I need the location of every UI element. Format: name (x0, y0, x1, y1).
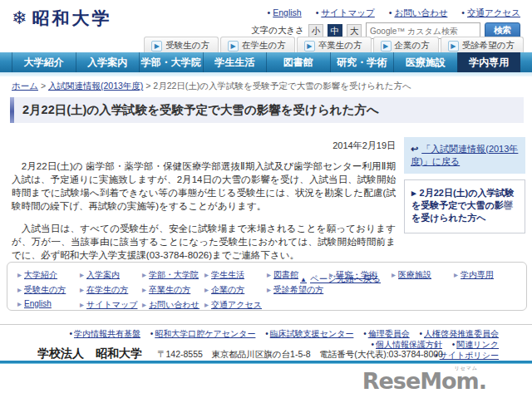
nav-spacer (0, 52, 12, 72)
footer-link-oral-care[interactable]: 昭和大学口腔ケアセンター (150, 328, 256, 339)
article-date: 2014年2月19日 (12, 140, 396, 152)
sidebar: 「入試関連情報(2013年度)」に戻る 2月22日(土)の入学試験を受験予定で大… (404, 137, 525, 233)
page: ❄ 昭和大学 English サイトマップ お問い合わせ 交通アクセス 文字の大… (0, 0, 532, 398)
footer-link-human-rights[interactable]: 人権啓発推進委員会 (419, 328, 499, 339)
breadcrumb: ホーム入試関連情報(2013年度)2月22日(土)の入学試験を受験予定で大雪の影… (12, 81, 519, 92)
nav-spacer (520, 52, 532, 72)
sidebar-current-article[interactable]: 2月22日(土)の入学試験を受験予定で大雪の影響を受けられた方へ (404, 179, 525, 233)
sitemap-column: 入学案内 在学生の方 サイトマップ (80, 269, 142, 303)
sitemap-link-admissions[interactable]: 入学案内 (80, 269, 142, 281)
footer-org-name: 学校法人 昭和大学 (37, 346, 142, 361)
sitemap-link-english[interactable]: English (17, 299, 80, 308)
resemom-watermark: リセマム ReseMom. (362, 368, 486, 394)
footer-link-ethics[interactable]: 倫理委員会 (363, 328, 410, 339)
breadcrumb-separator (143, 81, 153, 91)
font-size-label: 文字の大きさ (251, 25, 304, 37)
arrow-right-icon: ▶ (151, 41, 162, 52)
nav-item-about[interactable]: 大学紹介 (12, 52, 76, 72)
sitemap-column: 大学紹介 受験生の方 English (17, 269, 80, 303)
nav-item-admissions[interactable]: 入学案内 (76, 52, 140, 72)
utility-link-access[interactable]: 交通アクセス (461, 7, 520, 17)
sitemap-link-about[interactable]: 大学紹介 (17, 269, 80, 281)
tab-label: 受験生の方 (165, 40, 209, 52)
sitemap-column: 研究・学術 (329, 269, 392, 303)
footer-divider (0, 324, 532, 325)
footer-address: 〒142-8555 東京都品川区旗の台1-5-8 電話番号(大代表):03-37… (157, 349, 443, 361)
sitemap-link-research[interactable]: 研究・学術 (329, 269, 392, 281)
utility-link-english[interactable]: English (268, 7, 302, 17)
breadcrumb-home[interactable]: ホーム (12, 81, 38, 91)
global-nav: 大学紹介 入学案内 学部・大学院 学生生活 図書館 研究・学術 医療施設 学内専… (0, 52, 532, 72)
nav-item-research[interactable]: 研究・学術 (330, 52, 394, 72)
sitemap-column: 学内専用 (454, 269, 516, 303)
sitemap-link-patients[interactable]: 受診希望の方 (267, 284, 329, 296)
sitemap-link-contact[interactable]: お問い合わせ (142, 299, 204, 311)
page-title-bar: 2月22日(土)の入学試験を受験予定で大雪の影響を受けられた方へ (10, 97, 524, 123)
arrow-right-icon: ▶ (304, 41, 315, 52)
arrow-right-icon: ▶ (381, 41, 392, 52)
footer-link-related[interactable]: 関連リンク (452, 339, 499, 350)
footer-link-clinical-trials[interactable]: 臨床試験支援センター (265, 328, 353, 339)
sitemap-link-sitemap[interactable]: サイトマップ (80, 299, 142, 311)
university-name: 昭和大学 (32, 7, 111, 30)
sitemap-column: 学生生活 企業の方 交通アクセス (204, 269, 267, 303)
tab-label: 卒業生の方 (318, 40, 362, 52)
watermark-ruby: リセマム (454, 365, 478, 372)
sitemap-link-companies[interactable]: 企業の方 (204, 284, 267, 296)
tab-label: 企業の方 (395, 40, 430, 52)
font-size-medium-button[interactable]: 中 (328, 24, 342, 38)
sitemap-column: 学部・大学院 卒業生の方 お問い合わせ (142, 269, 204, 303)
sitemap-link-faculties[interactable]: 学部・大学院 (142, 269, 204, 281)
sitemap-column: 図書館 受診希望の方 (267, 269, 329, 303)
footer-link-site-policy[interactable]: サイトポリシー (435, 350, 499, 361)
font-size-small-button[interactable]: 小 (308, 24, 323, 38)
utility-link-contact[interactable]: お問い合わせ (389, 7, 448, 17)
sidebar-back-box: 「入試関連情報(2013年度)」に戻る (404, 137, 525, 174)
utility-link-sitemap[interactable]: サイトマップ (316, 7, 375, 17)
page-title: 2月22日(土)の入学試験を受験予定で大雪の影響を受けられた方へ (14, 102, 379, 118)
sitemap-link-current-students[interactable]: 在学生の方 (80, 284, 142, 296)
tab-label: 在学生の方 (242, 40, 286, 52)
nav-bottom-strip (0, 72, 532, 76)
breadcrumb-admission-info[interactable]: 入試関連情報(2013年度) (48, 81, 143, 91)
nav-item-student-life[interactable]: 学生生活 (203, 52, 267, 72)
article-paragraph: 入試当日は、すべての受験生が、安全に試験場まで来場されることを願っておりますが、… (12, 222, 396, 262)
sitemap-link-internal[interactable]: 学内専用 (454, 269, 516, 281)
sitemap-link-library[interactable]: 図書館 (267, 269, 329, 281)
article-paragraph: 2月22日(土)の 歯学部・薬学部・保健医療学部選抜Ⅱ期入試及び歯学部センター利… (12, 160, 396, 213)
sitemap-link-access[interactable]: 交通アクセス (204, 299, 267, 311)
university-logo[interactable]: ❄ 昭和大学 (12, 7, 111, 30)
breadcrumb-separator (38, 81, 48, 91)
sitemap-link-student-life[interactable]: 学生生活 (204, 269, 267, 281)
arrow-right-icon: ▶ (228, 41, 239, 52)
sitemap-link-alumni[interactable]: 卒業生の方 (142, 284, 204, 296)
sitemap-link-applicants[interactable]: 受験生の方 (17, 284, 80, 296)
arrow-right-icon: ▶ (448, 41, 459, 52)
sidebar-back-link[interactable]: 「入試関連情報(2013年度)」に戻る (411, 144, 518, 166)
snowflake-logo-icon: ❄ (12, 9, 27, 27)
nav-item-library[interactable]: 図書館 (266, 52, 330, 72)
nav-item-internal[interactable]: 学内専用 (457, 52, 521, 72)
utility-links: English サイトマップ お問い合わせ 交通アクセス (256, 7, 520, 19)
footer-org-row: 学校法人 昭和大学 〒142-8555 東京都品川区旗の台1-5-8 電話番号(… (37, 346, 443, 361)
font-size-large-button[interactable]: 大 (347, 24, 362, 38)
nav-item-faculties[interactable]: 学部・大学院 (139, 52, 203, 72)
footer-accent-line (0, 361, 532, 364)
footer-sitemap: 大学紹介 受験生の方 English 入学案内 在学生の方 サイトマップ 学部・… (7, 262, 527, 311)
breadcrumb-current: 2月22日(土)の入学試験を受験予定で大雪の影響を受けられた方へ (153, 81, 411, 91)
footer-link-info-platform[interactable]: 学内情報共有基盤 (69, 328, 140, 339)
sitemap-link-medical[interactable]: 医療施設 (392, 269, 454, 281)
nav-item-medical[interactable]: 医療施設 (393, 52, 457, 72)
sitemap-column: 医療施設 (392, 269, 454, 303)
tab-label: 受診希望の方 (462, 40, 515, 52)
